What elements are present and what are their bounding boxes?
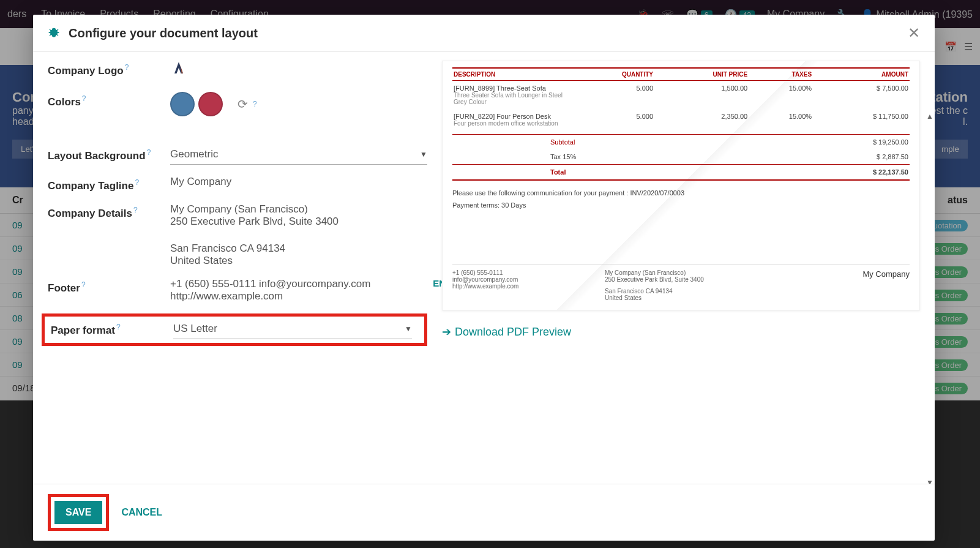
scroll-up-icon[interactable]: ▲ (926, 112, 932, 121)
col-taxes: TAXES (749, 68, 813, 81)
label-footer: Footer? (48, 278, 170, 302)
banner-button-right[interactable]: mple (933, 140, 968, 159)
bug-icon (48, 27, 60, 39)
label-logo: Company Logo? (48, 61, 170, 81)
modal-footer: SAVE CANCEL (33, 484, 935, 541)
download-pdf-link[interactable]: ➔ Download PDF Preview (442, 325, 920, 339)
help-icon[interactable]: ? (125, 63, 129, 72)
close-icon[interactable]: ✕ (908, 26, 920, 40)
payment-terms: Payment terms: 30 Days (452, 201, 910, 209)
paper-format-highlight: Paper format? US Letter ▼ (42, 313, 427, 346)
save-highlight: SAVE (48, 494, 109, 531)
help-icon[interactable]: ? (116, 323, 121, 331)
help-icon[interactable]: ? (147, 148, 151, 157)
refresh-icon[interactable]: ⟳ (238, 97, 248, 111)
form-column: Company Logo? Colors? ⟳ ? Layout Backgr (48, 61, 427, 480)
list-icon[interactable]: ☰ (964, 41, 973, 53)
chevron-down-icon: ▼ (420, 150, 427, 159)
modal-title: Configure your document layout (69, 26, 258, 40)
modal-header: Configure your document layout ✕ (33, 15, 935, 52)
label-paper: Paper format? (51, 320, 173, 339)
label-background: Layout Background? (48, 146, 170, 165)
color-primary-swatch[interactable] (170, 92, 195, 116)
preview-line: [FURN_8999] Three-Seat SofaThree Seater … (452, 81, 910, 110)
cancel-button[interactable]: CANCEL (121, 507, 162, 518)
tagline-value[interactable]: My Company (170, 176, 427, 192)
label-details: Company Details? (48, 203, 170, 267)
calendar-icon[interactable]: 📅 (944, 41, 957, 53)
document-layout-modal: Configure your document layout ✕ Company… (33, 15, 935, 541)
col-amount: AMOUNT (813, 68, 910, 81)
arrow-right-icon: ➔ (442, 325, 451, 339)
scroll-down-icon[interactable]: ▼ (926, 478, 932, 484)
help-icon[interactable]: ? (253, 100, 257, 108)
help-icon[interactable]: ? (81, 280, 86, 289)
help-icon[interactable]: ? (82, 94, 86, 103)
nav-item[interactable]: ders (7, 9, 26, 20)
preview-line: [FURN_8220] Four Person DeskFour person … (452, 109, 910, 130)
color-secondary-swatch[interactable] (198, 92, 223, 116)
col-price: UNIT PRICE (654, 68, 749, 81)
preview-column: DESCRIPTION QUANTITY UNIT PRICE TAXES AM… (442, 61, 920, 480)
label-tagline: Company Tagline? (48, 176, 170, 192)
details-value[interactable]: My Company (San Francisco) 250 Executive… (170, 203, 427, 267)
help-icon[interactable]: ? (135, 178, 139, 187)
paper-format-select[interactable]: US Letter ▼ (173, 320, 412, 339)
document-preview: DESCRIPTION QUANTITY UNIT PRICE TAXES AM… (442, 61, 920, 310)
save-button[interactable]: SAVE (54, 501, 102, 524)
chevron-down-icon: ▼ (405, 325, 412, 333)
layout-background-select[interactable]: Geometric ▼ (170, 146, 427, 165)
footer-value[interactable]: +1 (650) 555-0111 info@yourcompany.com E… (170, 278, 427, 302)
label-colors: Colors? (48, 92, 170, 116)
col-description: DESCRIPTION (452, 68, 569, 81)
col-quantity: QUANTITY (569, 68, 654, 81)
payment-communication: Please use the following communication f… (452, 189, 910, 197)
preview-company-name: My Company (757, 269, 910, 301)
company-logo-preview[interactable] (170, 61, 187, 78)
help-icon[interactable]: ? (133, 206, 138, 214)
